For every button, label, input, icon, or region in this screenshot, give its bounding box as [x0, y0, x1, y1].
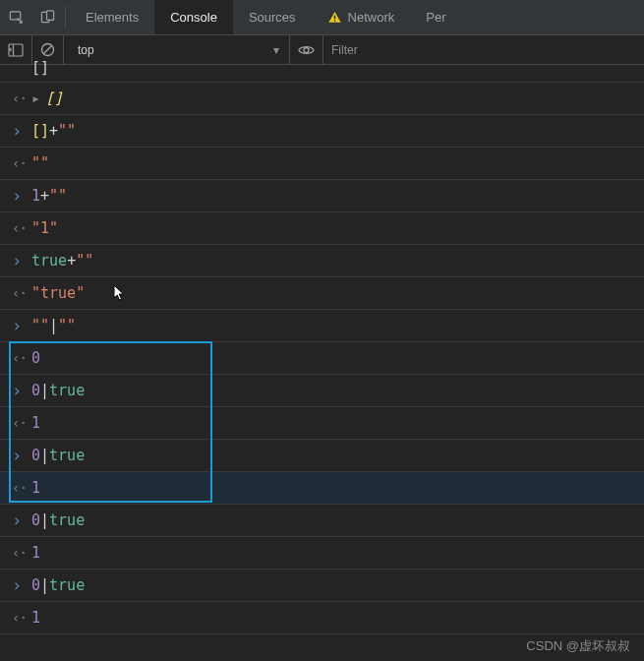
tab-performance-cut[interactable]: Per	[410, 0, 449, 34]
input-arrow-icon: ›	[6, 446, 31, 465]
console-row[interactable]: ‹·1	[0, 407, 644, 440]
console-row[interactable]: ‹·""	[0, 148, 644, 180]
inspect-icon	[9, 10, 24, 25]
execution-context-select[interactable]: top ▾	[64, 35, 290, 64]
svg-rect-3	[333, 16, 335, 20]
svg-rect-4	[333, 20, 335, 22]
row-content: ""|""	[31, 317, 76, 334]
console-row[interactable]: ‹·1	[0, 472, 644, 505]
console-row[interactable]: ›0|true	[0, 505, 644, 537]
input-arrow-icon: ›	[6, 186, 31, 206]
input-arrow-icon: ›	[6, 316, 31, 335]
console-row[interactable]: ‹·"1"	[0, 212, 644, 245]
sidebar-icon	[8, 43, 24, 57]
output-arrow-icon: ‹·	[6, 480, 31, 496]
console-row[interactable]: ›0|true	[0, 440, 644, 472]
devtools-tab-bar: Elements Console Sources Network Per	[0, 0, 644, 35]
output-arrow-icon: ‹·	[6, 415, 31, 431]
chevron-down-icon: ▾	[273, 43, 279, 57]
row-content: 0|true	[31, 576, 85, 594]
row-content: 0|true	[31, 447, 85, 464]
console-toolbar: top ▾	[0, 35, 644, 65]
output-arrow-icon: ‹·	[6, 285, 31, 301]
output-arrow-icon: ‹·	[6, 220, 31, 236]
filter-input[interactable]	[331, 43, 528, 57]
console-row[interactable]: ›0|true	[0, 375, 644, 407]
input-arrow-icon: ›	[6, 511, 31, 530]
toggle-device-button[interactable]	[31, 0, 63, 34]
console-row[interactable]: ›true+""	[0, 245, 644, 277]
row-content: []+""	[31, 122, 76, 140]
context-label: top	[78, 43, 94, 57]
row-content: "true"	[31, 284, 85, 302]
row-content: []	[45, 90, 63, 107]
row-content: 1	[31, 479, 40, 497]
disclosure-triangle-icon[interactable]: ▸	[31, 90, 45, 107]
row-content: 1	[31, 609, 40, 627]
warning-icon	[327, 10, 342, 25]
inspect-element-button[interactable]	[0, 0, 31, 34]
row-content: 0|true	[31, 511, 85, 529]
input-arrow-icon: ›	[6, 575, 31, 595]
tab-sources[interactable]: Sources	[233, 0, 312, 34]
input-arrow-icon: ›	[6, 251, 31, 270]
toggle-console-sidebar-button[interactable]	[0, 35, 32, 64]
svg-rect-2	[46, 11, 53, 20]
filter-field[interactable]	[323, 35, 536, 64]
output-arrow-icon: ‹·	[6, 610, 31, 626]
live-expression-button[interactable]	[290, 35, 323, 64]
console-row[interactable]: ‹·"true"	[0, 277, 644, 310]
row-content: "1"	[31, 219, 58, 237]
row-content: true+""	[31, 252, 93, 270]
svg-point-7	[304, 47, 309, 52]
console-row[interactable]: ›1+""	[0, 180, 644, 212]
console-row[interactable]: ›[]+""	[0, 115, 644, 148]
row-content: ""	[31, 154, 49, 172]
console-output: []‹·▸[]›[]+""‹·""›1+""‹·"1"›true+""‹·"tr…	[0, 65, 644, 634]
console-row[interactable]: ›""|""	[0, 310, 644, 342]
tab-network[interactable]: Network	[312, 0, 411, 34]
clear-icon	[40, 42, 55, 57]
watermark: CSDN @虚坏叔叔	[526, 637, 630, 655]
row-content: []	[31, 65, 49, 83]
device-icon	[40, 10, 55, 25]
row-content: 0	[31, 349, 40, 367]
tab-elements[interactable]: Elements	[70, 0, 154, 34]
output-arrow-icon: ‹·	[6, 545, 31, 561]
console-row[interactable]: []	[0, 65, 644, 83]
console-row[interactable]: ‹·1	[0, 537, 644, 570]
output-arrow-icon: ‹·	[6, 90, 31, 106]
svg-rect-0	[10, 12, 20, 20]
console-row[interactable]: ‹·▸[]	[0, 83, 644, 115]
input-arrow-icon: ›	[6, 121, 31, 141]
input-arrow-icon: ›	[6, 381, 31, 400]
output-arrow-icon: ‹·	[6, 350, 31, 366]
console-row[interactable]: ›0|true	[0, 570, 644, 602]
separator	[65, 6, 66, 29]
row-content: 0|true	[31, 382, 85, 399]
console-row[interactable]: ‹·0	[0, 342, 644, 375]
row-content: 1+""	[31, 187, 67, 205]
eye-icon	[298, 44, 315, 56]
console-row[interactable]: ‹·1	[0, 602, 644, 634]
row-content: 1	[31, 544, 40, 562]
row-content: 1	[31, 414, 40, 432]
output-arrow-icon: ‹·	[6, 155, 31, 171]
tab-console[interactable]: Console	[154, 0, 233, 34]
